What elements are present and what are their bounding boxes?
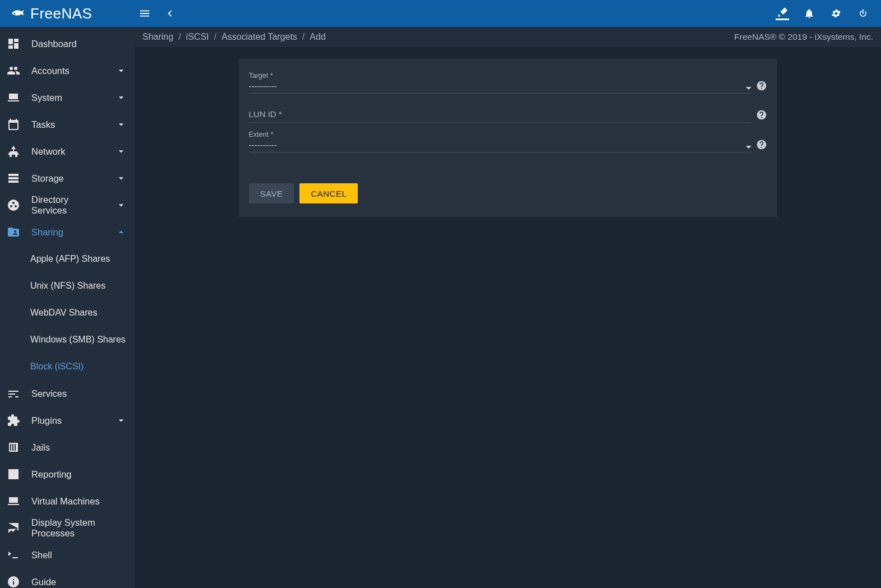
- breadcrumb[interactable]: Sharing: [142, 32, 173, 42]
- chevron-down-icon: [116, 65, 127, 76]
- sidebar-item-guide[interactable]: Guide: [0, 568, 135, 588]
- sidebar-item-label: Shell: [31, 550, 127, 561]
- target-value: ----------: [249, 81, 751, 92]
- topbar: FreeNAS: [0, 0, 881, 27]
- sidebar-item-jails[interactable]: Jails: [0, 434, 135, 461]
- breadcrumb[interactable]: Associated Targets: [222, 32, 297, 42]
- chevron-down-icon: [116, 146, 127, 157]
- sidebar-sub-label: Unix (NFS) Shares: [30, 281, 105, 291]
- sidebar-item-shell[interactable]: Shell: [0, 541, 135, 568]
- sidebar-item-sharing[interactable]: Sharing: [0, 219, 135, 246]
- breadcrumb-separator: /: [214, 32, 216, 42]
- form-section: Target * ---------- LUN ID * Extent * --…: [239, 58, 777, 167]
- sidebar-sub-nfs[interactable]: Unix (NFS) Shares: [0, 272, 135, 299]
- breadcrumb[interactable]: iSCSI: [186, 32, 209, 42]
- sidebar-item-plugins[interactable]: Plugins: [0, 407, 135, 434]
- form-card: Target * ---------- LUN ID * Extent * --…: [239, 58, 777, 217]
- breadcrumb-separator: /: [302, 32, 305, 42]
- target-label: Target *: [249, 72, 751, 80]
- form-row-lun: LUN ID *: [249, 94, 767, 123]
- chart-icon: [7, 467, 20, 481]
- help-icon[interactable]: [756, 80, 767, 91]
- sidebar-item-label: Virtual Machines: [31, 496, 127, 507]
- topbar-left-icons: [138, 7, 176, 20]
- dashboard-icon: [7, 37, 20, 50]
- sidebar-item-network[interactable]: Network: [0, 138, 135, 165]
- sidebar-item-label: Network: [31, 146, 104, 157]
- sidebar-sub-iscsi[interactable]: Block (iSCSI): [0, 353, 135, 380]
- breadcrumb-bar: Sharing / iSCSI / Associated Targets / A…: [135, 27, 881, 47]
- help-icon[interactable]: [756, 109, 767, 121]
- sidebar-item-system[interactable]: System: [0, 84, 135, 111]
- lun-id-input[interactable]: LUN ID *: [249, 109, 751, 123]
- sidebar-item-label: Dashboard: [31, 39, 127, 49]
- chevron-down-icon: [746, 87, 751, 90]
- form-row-extent: Extent * ----------: [249, 123, 767, 152]
- sidebar-item-directory-services[interactable]: Directory Services: [0, 192, 135, 219]
- extent-label: Extent *: [249, 131, 751, 138]
- sidebar: Dashboard Accounts System Tasks Network …: [0, 27, 135, 588]
- sidebar-item-label: Sharing: [31, 227, 104, 238]
- main-content: Target * ---------- LUN ID * Extent * --…: [135, 47, 881, 588]
- bell-icon: [804, 8, 815, 19]
- laptop-icon: [7, 494, 20, 508]
- sidebar-item-label: Display System Processes: [31, 517, 127, 539]
- calendar-icon: [7, 118, 20, 131]
- sidebar-item-label: Jails: [31, 442, 127, 453]
- sidebar-item-label: Plugins: [31, 415, 104, 426]
- chevron-down-icon: [116, 119, 127, 130]
- sidebar-item-vm[interactable]: Virtual Machines: [0, 488, 135, 515]
- storage-icon: [7, 172, 20, 185]
- cancel-button[interactable]: CANCEL: [299, 183, 358, 203]
- copyright-text: FreeNAS® © 2019 - iXsystems, Inc.: [734, 32, 873, 42]
- sidebar-item-label: Reporting: [31, 469, 127, 480]
- breadcrumb-separator: /: [178, 32, 181, 42]
- collapse-sidebar-button[interactable]: [163, 7, 176, 20]
- chevron-left-icon: [163, 7, 176, 20]
- chevron-down-icon: [116, 92, 127, 103]
- terminal-icon: [7, 548, 20, 562]
- sidebar-sub-webdav[interactable]: WebDAV Shares: [0, 299, 135, 326]
- target-select[interactable]: Target * ----------: [249, 72, 751, 94]
- jail-icon: [7, 441, 20, 454]
- save-button[interactable]: SAVE: [249, 183, 294, 203]
- sidebar-sub-label: Apple (AFP) Shares: [30, 254, 110, 264]
- power-button[interactable]: [856, 7, 870, 20]
- sidebar-sub-label: Block (iSCSI): [30, 362, 84, 372]
- sidebar-item-dashboard[interactable]: Dashboard: [0, 30, 135, 57]
- notifications-button[interactable]: [802, 7, 816, 20]
- hamburger-icon: [139, 7, 151, 20]
- sidebar-item-label: Tasks: [31, 119, 104, 130]
- chevron-down-icon: [746, 146, 751, 149]
- tune-icon: [7, 387, 20, 400]
- help-icon[interactable]: [756, 139, 767, 150]
- form-actions: SAVE CANCEL: [239, 170, 777, 217]
- brand-logo[interactable]: FreeNAS: [7, 5, 135, 22]
- folder-shared-icon: [7, 225, 20, 239]
- menu-toggle-button[interactable]: [138, 7, 151, 20]
- sidebar-item-label: Services: [31, 388, 127, 399]
- sidebar-item-label: Directory Services: [31, 195, 104, 216]
- chevron-down-icon: [116, 173, 127, 184]
- settings-button[interactable]: [829, 7, 843, 20]
- freenas-logo-icon: [9, 5, 26, 22]
- power-icon: [857, 8, 869, 19]
- sidebar-item-label: Guide: [31, 577, 127, 587]
- breadcrumb[interactable]: Add: [310, 32, 325, 42]
- lun-id-value: [249, 120, 751, 121]
- chevron-down-icon: [116, 200, 127, 211]
- chevron-down-icon: [116, 415, 127, 426]
- paint-bucket-icon: [777, 6, 788, 17]
- sidebar-item-tasks[interactable]: Tasks: [0, 111, 135, 138]
- sidebar-item-storage[interactable]: Storage: [0, 165, 135, 192]
- sidebar-sub-afp[interactable]: Apple (AFP) Shares: [0, 246, 135, 272]
- theme-button[interactable]: [776, 7, 789, 20]
- extent-select[interactable]: Extent * ----------: [249, 131, 751, 152]
- sidebar-item-services[interactable]: Services: [0, 380, 135, 407]
- sidebar-sub-smb[interactable]: Windows (SMB) Shares: [0, 326, 135, 353]
- sidebar-item-accounts[interactable]: Accounts: [0, 57, 135, 84]
- sidebar-item-reporting[interactable]: Reporting: [0, 461, 135, 488]
- sidebar-item-label: System: [31, 92, 104, 103]
- topbar-right-icons: [776, 7, 874, 20]
- sidebar-item-processes[interactable]: Display System Processes: [0, 515, 135, 541]
